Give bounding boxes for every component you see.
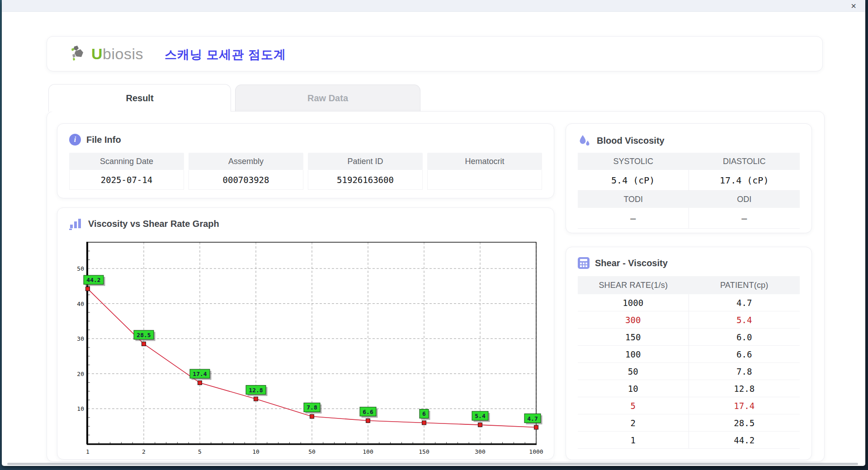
header-card: Ubiosis 스캐닝 모세관 점도계	[47, 36, 823, 71]
patient-column-header: PATIENT(cp)	[689, 276, 800, 294]
shear-rate-column-header: SHEAR RATE(1/s)	[578, 276, 689, 294]
svg-text:300: 300	[475, 448, 485, 455]
svg-text:17.4: 17.4	[193, 371, 207, 377]
brand-letter-u: U	[91, 45, 103, 62]
calculator-icon	[578, 257, 590, 269]
svg-text:1000: 1000	[529, 448, 543, 455]
shear-rate-cell: 100	[578, 346, 689, 362]
systolic-value: 5.4 (cP)	[578, 170, 689, 191]
file-info-field: Patient ID51926163600	[308, 153, 423, 190]
shear-viscosity-card: Shear - Viscosity SHEAR RATE(1/s) PATIEN…	[566, 247, 812, 460]
todi-value: –	[578, 208, 689, 229]
bar-chart-icon	[69, 218, 83, 230]
table-row: 517.4	[578, 397, 800, 414]
table-row: 507.8	[578, 363, 800, 380]
shear-rate-cell: 10	[578, 380, 689, 397]
table-row: 1012.8	[578, 380, 800, 397]
shear-viscosity-header: Shear - Viscosity	[578, 257, 668, 269]
diastolic-value: 17.4 (cP)	[689, 170, 800, 191]
file-info-title: File Info	[86, 135, 121, 145]
svg-text:1: 1	[86, 448, 90, 455]
field-label: Hematocrit	[427, 153, 542, 170]
info-icon: i	[69, 134, 81, 146]
patient-viscosity-cell: 44.2	[689, 432, 800, 448]
svg-text:50: 50	[77, 265, 84, 272]
table-row: 228.5	[578, 414, 800, 432]
patient-viscosity-cell: 6.6	[689, 346, 800, 362]
odi-header: ODI	[689, 191, 800, 208]
brand-logo: Ubiosis	[70, 45, 143, 63]
shear-rate-cell: 300	[578, 311, 689, 328]
svg-text:4.7: 4.7	[527, 415, 538, 422]
file-info-card: i File Info Scanning Date2025-07-14Assem…	[57, 123, 554, 198]
svg-text:40: 40	[77, 301, 84, 307]
patient-viscosity-cell: 17.4	[689, 397, 800, 414]
blood-viscosity-card: Blood Viscosity SYSTOLIC DIASTOLIC 5.4 (…	[566, 123, 812, 233]
field-value: 000703928	[189, 170, 303, 190]
field-value	[427, 170, 542, 190]
svg-text:10: 10	[252, 448, 259, 455]
graph-title: Viscosity vs Shear Rate Graph	[88, 219, 219, 229]
svg-text:100: 100	[363, 448, 373, 455]
blood-viscosity-title: Blood Viscosity	[597, 136, 665, 146]
svg-text:7.8: 7.8	[307, 404, 317, 411]
table-row: 10004.7	[578, 294, 800, 311]
field-label: Scanning Date	[69, 153, 184, 170]
patient-viscosity-cell: 4.7	[689, 294, 800, 311]
svg-text:6: 6	[422, 410, 426, 417]
patient-viscosity-cell: 5.4	[689, 311, 800, 328]
svg-text:10: 10	[77, 405, 84, 412]
droplets-icon	[578, 134, 591, 147]
blood-viscosity-header: Blood Viscosity	[578, 134, 665, 147]
field-value: 2025-07-14	[69, 170, 184, 190]
patient-viscosity-cell: 7.8	[689, 363, 800, 380]
svg-text:50: 50	[308, 448, 316, 455]
shear-viscosity-title: Shear - Viscosity	[595, 258, 668, 268]
shear-viscosity-table: SHEAR RATE(1/s) PATIENT(cp) 10004.73005.…	[578, 276, 800, 449]
svg-text:30: 30	[77, 335, 84, 342]
table-row: 1006.6	[578, 346, 800, 363]
svg-text:5.4: 5.4	[475, 413, 486, 419]
window-bottom-edge	[7, 463, 858, 465]
svg-text:5: 5	[198, 448, 202, 455]
field-label: Patient ID	[308, 153, 423, 170]
graph-card: Viscosity vs Shear Rate Graph 1020304050…	[57, 207, 554, 460]
shear-table-body: 10004.73005.41506.01006.6507.81012.8517.…	[578, 294, 800, 449]
file-info-field: Scanning Date2025-07-14	[69, 153, 184, 190]
svg-text:12.8: 12.8	[249, 387, 263, 394]
file-info-field: Hematocrit	[427, 153, 542, 190]
brand-text: Ubiosis	[91, 45, 143, 63]
shear-rate-cell: 150	[578, 329, 689, 345]
patient-viscosity-cell: 6.0	[689, 329, 800, 345]
file-info-header: i File Info	[69, 134, 121, 146]
window-titlebar: ×	[2, 0, 865, 12]
tab-result[interactable]: Result	[48, 84, 231, 112]
shear-rate-cell: 2	[578, 414, 689, 431]
result-panel: i File Info Scanning Date2025-07-14Assem…	[47, 111, 825, 462]
viscosity-shear-chart: 10203040501251050100150300100044.228.517…	[66, 233, 546, 459]
blood-viscosity-table: SYSTOLIC DIASTOLIC 5.4 (cP) 17.4 (cP) TO…	[578, 153, 800, 229]
systolic-header: SYSTOLIC	[578, 153, 689, 170]
table-row: 3005.4	[578, 311, 800, 329]
diastolic-header: DIASTOLIC	[689, 153, 800, 170]
table-row: 1506.0	[578, 329, 800, 346]
graph-header: Viscosity vs Shear Rate Graph	[69, 218, 219, 230]
patient-viscosity-cell: 28.5	[689, 414, 800, 431]
shear-rate-cell: 1	[578, 432, 689, 448]
odi-value: –	[689, 208, 800, 229]
shear-table-header-row: SHEAR RATE(1/s) PATIENT(cp)	[578, 276, 800, 294]
table-row: 144.2	[578, 432, 800, 449]
svg-text:150: 150	[419, 448, 429, 455]
file-info-grid: Scanning Date2025-07-14Assembly000703928…	[69, 153, 542, 190]
app-title: 스캐닝 모세관 점도계	[165, 47, 286, 63]
svg-text:2: 2	[142, 448, 146, 455]
file-info-field: Assembly000703928	[189, 153, 303, 190]
svg-text:20: 20	[77, 371, 84, 377]
close-icon[interactable]: ×	[849, 0, 858, 11]
patient-viscosity-cell: 12.8	[689, 380, 800, 397]
field-label: Assembly	[189, 153, 303, 170]
tab-raw-data[interactable]: Raw Data	[235, 85, 420, 112]
shear-rate-cell: 5	[578, 397, 689, 414]
svg-text:44.2: 44.2	[86, 277, 100, 283]
svg-text:28.5: 28.5	[137, 332, 151, 338]
